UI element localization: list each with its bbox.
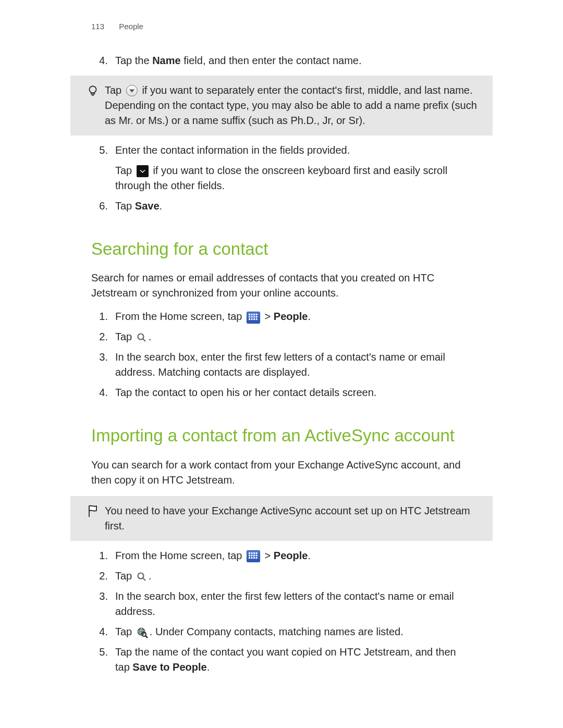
step-number: 4. [91, 53, 115, 68]
svg-rect-26 [253, 557, 255, 559]
svg-point-30 [138, 628, 145, 635]
step-body: In the search box, enter the first few l… [115, 589, 472, 619]
svg-rect-12 [255, 318, 257, 320]
step-number: 2. [91, 569, 115, 584]
step-body: Tap the Name field, and then enter the c… [115, 53, 472, 68]
svg-point-0 [90, 86, 96, 93]
apps-grid-icon [247, 550, 260, 562]
search-step-3: 3. In the search box, enter the first fe… [91, 350, 472, 380]
import-step-5: 5. Tap the name of the contact you want … [91, 645, 472, 675]
svg-line-29 [143, 578, 145, 581]
step-number: 3. [91, 350, 115, 365]
magnifier-icon [137, 572, 147, 582]
svg-line-14 [143, 339, 145, 342]
search-step-2: 2. Tap . [91, 329, 472, 344]
step-number: 1. [91, 309, 115, 324]
svg-rect-2 [251, 314, 252, 315]
step-body: From the Home screen, tap > People. [115, 309, 472, 324]
heading-importing: Importing a contact from an ActiveSync a… [91, 425, 472, 446]
svg-rect-1 [249, 314, 250, 315]
svg-rect-19 [255, 552, 257, 554]
step-body: Tap . [115, 329, 472, 344]
step-number: 5. [91, 143, 115, 158]
tip-callout: Tap if you want to separately enter the … [70, 76, 493, 135]
apps-grid-icon [247, 312, 260, 324]
svg-rect-4 [255, 314, 257, 315]
page-content: 4. Tap the Name field, and then enter th… [0, 53, 563, 675]
import-step-2: 2. Tap . [91, 569, 472, 584]
steps-continued: 4. Tap the Name field, and then enter th… [91, 53, 472, 68]
svg-rect-17 [251, 552, 252, 554]
tip-text: Tap if you want to separately enter the … [105, 83, 482, 128]
heading-searching: Searching for a contact [91, 239, 472, 260]
requirement-callout: You need to have your Exchange ActiveSyn… [70, 496, 493, 541]
step-6: 6. Tap Save. [91, 199, 472, 214]
svg-rect-21 [251, 555, 252, 557]
svg-point-13 [138, 334, 143, 340]
svg-rect-7 [253, 316, 255, 317]
import-intro: You can search for a work contact from y… [91, 458, 472, 488]
step-body: Enter the contact information in the fie… [115, 143, 472, 193]
svg-rect-18 [253, 552, 255, 554]
manual-page: 113 People 4. Tap the Name field, and th… [0, 0, 563, 711]
requirement-text: You need to have your Exchange ActiveSyn… [105, 503, 482, 534]
svg-rect-5 [249, 316, 250, 317]
step-body: Tap the name of the contact you want cop… [115, 645, 472, 675]
svg-rect-9 [249, 318, 250, 320]
step-number: 4. [91, 624, 115, 639]
globe-search-icon [137, 627, 148, 638]
header-section: People [119, 22, 143, 31]
step-number: 6. [91, 199, 115, 214]
svg-rect-3 [253, 314, 255, 315]
svg-rect-22 [253, 555, 255, 557]
step-number: 4. [91, 385, 115, 400]
svg-rect-11 [253, 318, 255, 320]
step-body: Tap the contact to open his or her conta… [115, 385, 472, 400]
step-body: Tap Save. [115, 199, 472, 214]
step-body: From the Home screen, tap > People. [115, 548, 472, 563]
svg-rect-6 [251, 316, 252, 317]
import-step-3: 3. In the search box, enter the first fe… [91, 589, 472, 619]
import-step-4: 4. Tap . Under Company contacts, matchin… [91, 624, 472, 639]
step-body: Tap . Under Company contacts, matching n… [115, 624, 472, 639]
search-intro: Search for names or email addresses of c… [91, 270, 472, 301]
dropdown-circle-icon [126, 85, 138, 96]
svg-rect-10 [251, 318, 252, 320]
svg-rect-20 [249, 555, 250, 557]
svg-rect-25 [251, 557, 252, 559]
page-number: 113 [91, 22, 104, 31]
svg-rect-23 [255, 555, 257, 557]
step-number: 1. [91, 548, 115, 563]
search-step-1: 1. From the Home screen, tap > People. [91, 309, 472, 324]
import-steps: 1. From the Home screen, tap > People. [91, 548, 472, 675]
search-step-4: 4. Tap the contact to open his or her co… [91, 385, 472, 400]
step-body-extra: Tap if you want to close the onscreen ke… [115, 163, 472, 193]
step-number: 2. [91, 329, 115, 344]
flag-icon [81, 503, 105, 518]
svg-rect-24 [249, 557, 250, 559]
svg-rect-16 [249, 552, 250, 554]
search-steps: 1. From the Home screen, tap > People. [91, 309, 472, 400]
import-step-1: 1. From the Home screen, tap > People. [91, 548, 472, 563]
step-body: Tap . [115, 569, 472, 584]
magnifier-icon [137, 332, 147, 343]
steps-continued-2: 5. Enter the contact information in the … [91, 143, 472, 214]
page-header: 113 People [0, 21, 563, 48]
svg-rect-8 [255, 316, 257, 317]
lightbulb-icon [81, 83, 105, 97]
svg-point-28 [138, 573, 143, 578]
step-4: 4. Tap the Name field, and then enter th… [91, 53, 472, 68]
step-body: In the search box, enter the first few l… [115, 350, 472, 380]
step-number: 3. [91, 589, 115, 604]
svg-line-32 [145, 636, 148, 638]
svg-rect-27 [255, 557, 257, 559]
keyboard-close-icon [137, 165, 149, 177]
step-5: 5. Enter the contact information in the … [91, 143, 472, 193]
step-number: 5. [91, 645, 115, 660]
